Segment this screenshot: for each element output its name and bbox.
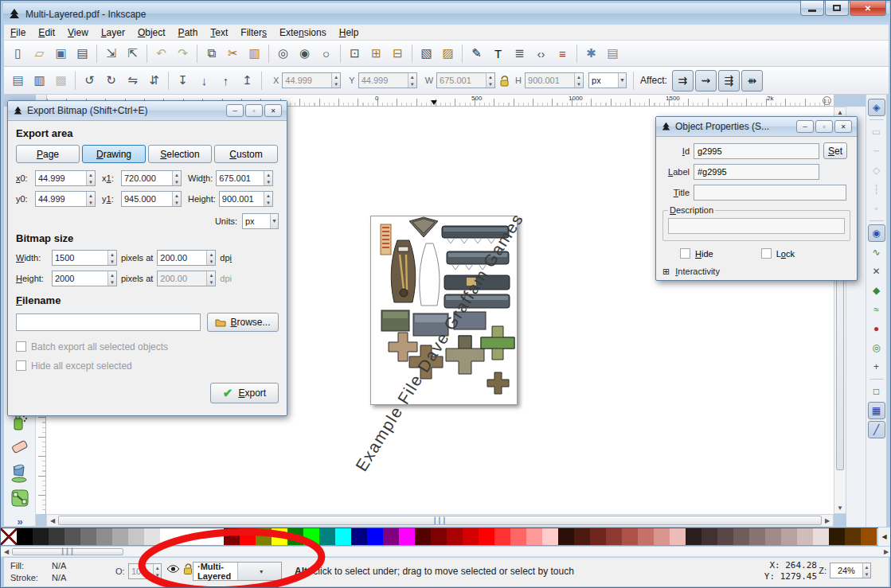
description-input[interactable] (668, 218, 845, 234)
height-spinbox[interactable]: ▲▼ (219, 191, 273, 207)
batch-export-checkbox[interactable]: Batch export all selected objects (16, 341, 279, 352)
snap-bbox-corners-icon[interactable]: ◇ (868, 162, 885, 179)
palette-swatch[interactable] (49, 528, 64, 545)
menu-filters[interactable]: Filters (234, 25, 273, 40)
palette-swatch[interactable] (479, 528, 494, 545)
snap-grid-icon[interactable]: ▦ (868, 402, 885, 419)
zoom-spinbox[interactable]: ▲▼ (830, 563, 871, 578)
select-all-layers-icon[interactable]: ▥ (29, 71, 49, 91)
horizontal-scroll-thumb[interactable]: ┃┃┃ (58, 516, 822, 525)
menu-help[interactable]: Help (333, 25, 365, 40)
scroll-left-arrow[interactable]: ◀ (47, 517, 58, 524)
y-spinbox[interactable]: ▲▼ (358, 72, 417, 88)
palette-swatch[interactable] (192, 528, 208, 545)
menu-edit[interactable]: Edit (32, 25, 61, 40)
palette-swatch[interactable] (64, 528, 80, 545)
palette-swatch[interactable] (383, 528, 399, 545)
title-bar[interactable]: Multi-Layered.pdf - Inkscape (3, 3, 889, 25)
maximize-button[interactable]: ▫ (245, 104, 263, 117)
h-spinbox[interactable]: ▲▼ (525, 72, 584, 88)
hide-except-checkbox[interactable]: Hide all except selected (16, 360, 279, 372)
palette-swatch[interactable] (590, 528, 606, 545)
scroll-down-arrow[interactable]: ▼ (834, 504, 846, 512)
filename-input[interactable] (16, 313, 201, 331)
text-dialog-icon[interactable]: T (488, 44, 508, 64)
snap-object-centers-icon[interactable]: ◎ (868, 339, 885, 356)
palette-swatch[interactable] (160, 528, 176, 545)
snap-rotation-centers-icon[interactable]: + (868, 358, 885, 376)
units-dropdown[interactable]: ▼ (588, 72, 627, 88)
palette-swatch[interactable] (17, 528, 33, 545)
export-area-selection-button[interactable]: Selection (148, 145, 212, 163)
palette-swatch[interactable] (351, 528, 367, 545)
menu-view[interactable]: View (61, 25, 95, 40)
palette-swatch[interactable] (176, 528, 192, 545)
palette-swatch[interactable] (797, 528, 813, 545)
palette-swatch[interactable] (399, 528, 415, 545)
cut-icon[interactable]: ✂ (223, 44, 243, 64)
palette-swatch[interactable] (128, 528, 144, 545)
object-dialog-titlebar[interactable]: Object Properties (S... ─ ▫ ✕ (656, 117, 857, 137)
minimize-button[interactable] (800, 1, 824, 16)
palette-swatch[interactable] (335, 528, 351, 545)
paste-icon[interactable]: ▥ (244, 44, 264, 64)
palette-swatch[interactable] (33, 528, 49, 545)
palette-swatch[interactable] (494, 528, 510, 545)
snap-bbox-icon[interactable]: ▭ (868, 123, 885, 141)
palette-scroll-left-arrow[interactable]: ◀ (878, 528, 890, 546)
snap-bbox-centers-icon[interactable]: ▫ (868, 200, 885, 217)
palette-swatch[interactable] (112, 528, 128, 545)
maximize-button[interactable] (825, 1, 849, 16)
snap-midpoints-icon[interactable]: ● (868, 320, 885, 337)
flip-vertical-icon[interactable]: ⇵ (144, 71, 164, 91)
flip-horizontal-icon[interactable]: ⇋ (123, 71, 143, 91)
palette-swatch[interactable] (526, 528, 542, 545)
bitmap-height-spinbox[interactable]: ▲▼ (52, 271, 117, 286)
open-document-icon[interactable]: ▱ (29, 44, 49, 64)
palette-swatch[interactable] (463, 528, 479, 545)
palette-swatch[interactable] (319, 528, 335, 545)
palette-swatch[interactable] (303, 528, 319, 545)
palette-swatch[interactable] (701, 528, 717, 545)
x0-spinbox[interactable]: ▲▼ (35, 170, 96, 186)
undo-icon[interactable]: ↶ (151, 44, 171, 64)
maximize-button[interactable]: ▫ (815, 120, 833, 133)
layers-dialog-icon[interactable]: ≣ (510, 44, 530, 64)
palette-swatch[interactable] (144, 528, 160, 545)
palette-swatch[interactable] (781, 528, 797, 545)
scroll-up-arrow[interactable]: ▲ (834, 109, 846, 116)
palette-scroll-thumb[interactable]: ┃┃┃ (12, 548, 123, 555)
snap-paths-icon[interactable]: ∿ (868, 243, 885, 261)
lower-to-bottom-icon[interactable]: ↧ (173, 71, 193, 91)
y0-spinbox[interactable]: ▲▼ (35, 191, 96, 207)
palette-swatch[interactable] (638, 528, 654, 545)
lower-icon[interactable]: ↓ (194, 71, 214, 91)
palette-swatch[interactable] (606, 528, 622, 545)
print-icon[interactable]: ▤ (72, 44, 92, 64)
palette-swatch[interactable] (670, 528, 686, 545)
snap-guides-icon[interactable]: ╱ (868, 421, 885, 438)
palette-swatch[interactable] (749, 528, 765, 545)
palette-swatch[interactable] (96, 528, 112, 545)
export-area-page-button[interactable]: Page (16, 145, 80, 163)
lock-checkbox[interactable]: Lock (761, 248, 795, 259)
snap-cusp-nodes-icon[interactable]: ◆ (868, 282, 885, 299)
affect-move-stroke-icon[interactable]: ⇉ (672, 70, 694, 92)
palette-swatch[interactable] (431, 528, 447, 545)
palette-swatch[interactable] (654, 528, 670, 545)
palette-arrow-right[interactable]: ▶ (881, 548, 891, 555)
menu-file[interactable]: File (4, 25, 32, 40)
export-icon[interactable]: ⇱ (123, 44, 143, 64)
palette-swatch[interactable] (765, 528, 781, 545)
dpi-width-spinbox[interactable]: ▲▼ (157, 250, 216, 266)
palette-swatch-none[interactable] (1, 528, 17, 545)
select-all-icon[interactable]: ▤ (8, 71, 28, 91)
snap-bbox-midpoints-icon[interactable]: ┆ (868, 181, 885, 198)
width-spinbox[interactable]: ▲▼ (216, 170, 273, 186)
zoom-drawing-icon[interactable]: ◉ (295, 44, 315, 64)
document-properties-icon[interactable]: ▤ (603, 44, 623, 64)
layer-visibility-icon[interactable] (166, 564, 180, 574)
unlink-clone-icon[interactable]: ⊟ (388, 44, 408, 64)
snap-nodes-icon[interactable]: ◉ (868, 224, 885, 242)
palette-swatch[interactable] (510, 528, 526, 545)
